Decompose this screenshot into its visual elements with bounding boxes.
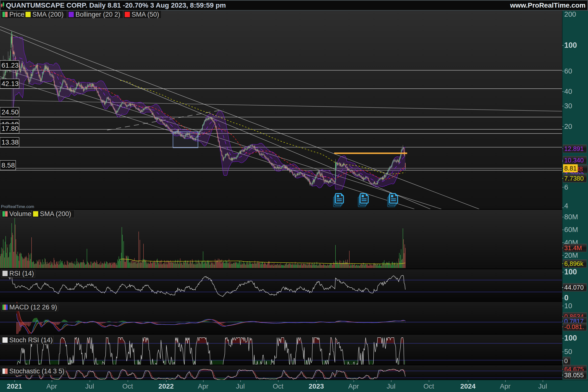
svg-text:17.80: 17.80	[2, 125, 18, 132]
svg-text:www.ProRealTime.com: www.ProRealTime.com	[510, 2, 586, 9]
svg-text:60M: 60M	[564, 226, 578, 234]
svg-text:ProRealTime.com: ProRealTime.com	[1, 204, 34, 209]
svg-text:40: 40	[564, 88, 572, 95]
svg-text:100: 100	[564, 268, 577, 276]
svg-text:24.50: 24.50	[2, 108, 18, 116]
svg-text:Apr: Apr	[500, 382, 510, 390]
svg-text:SMA (200): SMA (200)	[32, 11, 64, 18]
svg-text:80M: 80M	[564, 213, 578, 221]
svg-text:Jul: Jul	[85, 382, 94, 390]
svg-text:0: 0	[564, 294, 568, 302]
svg-text:Oct: Oct	[273, 382, 284, 390]
svg-text:Price: Price	[9, 11, 24, 18]
svg-text:MACD (12 26 9): MACD (12 26 9)	[9, 304, 57, 311]
svg-text:20M: 20M	[564, 251, 578, 259]
svg-text:Apr: Apr	[46, 382, 57, 390]
svg-text:Apr: Apr	[198, 382, 208, 390]
svg-text:0: 0	[564, 357, 568, 364]
svg-text:Stochastic (14 3 5): Stochastic (14 3 5)	[9, 368, 64, 375]
svg-text:7.7380: 7.7380	[564, 175, 584, 182]
svg-text:200: 200	[564, 10, 576, 18]
svg-text:4: 4	[564, 202, 568, 210]
svg-text:-0.081.: -0.081.	[564, 323, 584, 330]
svg-text:2023: 2023	[309, 382, 324, 390]
svg-text:6,896k: 6,896k	[564, 260, 584, 267]
svg-text:SMA (200): SMA (200)	[40, 210, 71, 218]
svg-text:20: 20	[564, 122, 572, 130]
svg-text:2021: 2021	[7, 382, 22, 390]
svg-text:100: 100	[564, 334, 577, 342]
svg-text:42.13: 42.13	[2, 80, 18, 88]
svg-text:8.58: 8.58	[2, 162, 15, 169]
svg-text:RSI (14): RSI (14)	[9, 270, 34, 277]
svg-text:Jul: Jul	[538, 382, 547, 390]
svg-text:50: 50	[564, 348, 572, 356]
svg-text:2024: 2024	[460, 382, 476, 390]
svg-text:12.891: 12.891	[564, 145, 584, 152]
svg-text:44.070: 44.070	[564, 284, 584, 291]
svg-text:Volume: Volume	[9, 210, 31, 218]
svg-text:30: 30	[564, 102, 572, 110]
svg-text:Oct: Oct	[423, 382, 434, 390]
svg-text:Jul: Jul	[386, 382, 396, 390]
svg-text:Jul: Jul	[236, 382, 245, 390]
svg-text:38.055: 38.055	[564, 372, 584, 379]
svg-text:60: 60	[564, 67, 572, 75]
svg-text:61.23: 61.23	[2, 62, 18, 69]
svg-text:31.4M: 31.4M	[564, 244, 582, 252]
svg-text:2022: 2022	[158, 382, 174, 390]
svg-text:Bollinger (20 2): Bollinger (20 2)	[76, 11, 120, 18]
svg-text:6: 6	[564, 183, 568, 191]
svg-text:10.340: 10.340	[564, 156, 584, 164]
svg-text:Stoch RSI (14): Stoch RSI (14)	[9, 336, 53, 344]
svg-text:SMA (50): SMA (50)	[132, 11, 159, 18]
svg-text:10: 10	[564, 302, 572, 310]
svg-text:Apr: Apr	[348, 382, 359, 390]
svg-text:100: 100	[564, 41, 577, 50]
svg-text:13.38: 13.38	[2, 138, 18, 146]
svg-text:Oct: Oct	[122, 382, 133, 390]
svg-text:QUANTUMSCAPE CORP. Daily 8.81: QUANTUMSCAPE CORP. Daily 8.81 -20.70% 3 …	[6, 2, 226, 9]
